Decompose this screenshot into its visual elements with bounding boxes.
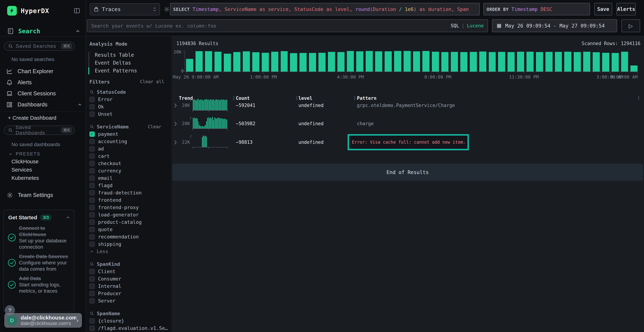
filter-option--flagd-evaluation-v1-se-[interactable]: /flagd.evaluation.v1.Se… (90, 324, 168, 332)
filter-option-recommendation[interactable]: recommendation (90, 233, 168, 240)
table-row[interactable]: 28K~592041undefinedgrpc.oteldemo.Payment… (172, 98, 644, 115)
sidebar-item-preset-kubernetes[interactable]: Kubernetes (12, 174, 39, 182)
get-started-item-1[interactable]: Connect to ClickHouseSet up your databas… (8, 225, 71, 250)
sidebar-item-client-sessions[interactable]: Client Sessions (6, 89, 82, 98)
expand-row-chevron-icon[interactable] (174, 140, 177, 145)
filter-option-frontend[interactable]: frontend (90, 196, 168, 204)
checkbox[interactable] (90, 176, 95, 181)
checkbox[interactable] (90, 212, 95, 218)
time-range-picker[interactable]: May 26 09:09:54 - May 27 09:09:54 (492, 19, 617, 32)
filter-option-server[interactable]: Server (90, 297, 168, 304)
checkbox[interactable] (90, 190, 95, 196)
checkbox[interactable] (90, 112, 95, 117)
table-row[interactable]: 22K~98813undefinedError: Visa cache full… (172, 135, 644, 152)
alerts-button[interactable]: Alerts (616, 3, 636, 16)
presets-toggle[interactable]: PRESETS (8, 151, 40, 156)
hyperdx-logo-icon[interactable] (7, 6, 17, 16)
sql-editor[interactable]: SELECT Timestamp, ServiceName as service… (170, 3, 480, 16)
analysis-mode-event-deltas[interactable]: Event Deltas (88, 59, 168, 67)
checkbox[interactable] (90, 183, 95, 188)
sidebar-item-chart-explorer[interactable]: Chart Explorer (6, 66, 82, 76)
chevron-up-icon[interactable] (75, 28, 80, 34)
get-started-item-2[interactable]: Create Data SourcesConfigure where your … (8, 253, 71, 272)
analysis-mode-event-patterns[interactable]: Event Patterns (88, 67, 168, 75)
saved-searches-input[interactable]: Saved Searches ⌘K (4, 42, 75, 51)
filter-option-load-generator[interactable]: load-generator (90, 211, 168, 218)
sidebar-item-dashboards[interactable]: Dashboards (6, 100, 82, 110)
filter-option-producer[interactable]: Producer (90, 290, 168, 297)
sql-mode-button[interactable]: SQL (450, 23, 459, 28)
filter-option-client[interactable]: Client (90, 268, 168, 275)
run-query-button[interactable]: ▷ (622, 19, 640, 32)
expand-row-chevron-icon[interactable] (174, 121, 177, 126)
checkbox[interactable] (90, 205, 95, 210)
filter-option-unset[interactable]: Unset (90, 110, 168, 118)
filter-option-payment[interactable]: payment (90, 130, 168, 138)
filter-option-ok[interactable]: Ok (90, 103, 168, 110)
checkbox[interactable] (90, 291, 95, 296)
checkbox[interactable] (90, 161, 95, 166)
filter-option-currency[interactable]: currency (90, 167, 168, 174)
checkbox[interactable] (90, 269, 95, 274)
checkbox[interactable] (90, 139, 95, 144)
checkbox[interactable] (90, 227, 95, 232)
sidebar-item-alerts[interactable]: Alerts (6, 78, 82, 87)
checkbox[interactable] (90, 154, 95, 159)
checkbox[interactable] (90, 168, 95, 174)
lucene-mode-button[interactable]: Lucene (467, 23, 484, 28)
analysis-mode-results-table[interactable]: Results Table (88, 51, 168, 59)
table-row[interactable]: 28K~503982undefinedcharge (172, 116, 644, 134)
search-icon[interactable] (90, 90, 94, 94)
filter-option-frontend-proxy[interactable]: frontend-proxy (90, 204, 168, 211)
results-histogram[interactable] (184, 51, 638, 72)
checkbox[interactable] (90, 234, 95, 240)
clear-all-filters-button[interactable]: Clear all (140, 79, 164, 84)
source-settings-gear-icon[interactable] (164, 6, 170, 12)
event-search-input[interactable]: Search your events w/ Lucene ex. column:… (87, 19, 488, 32)
highlighted-pattern-box[interactable]: Error: Visa cache full: cannot add new i… (348, 134, 469, 150)
filter-option-shipping[interactable]: shipping (90, 240, 168, 248)
filter-option-internal[interactable]: Internal (90, 282, 168, 290)
chevron-up-icon[interactable] (66, 215, 70, 220)
save-button[interactable]: Save (594, 3, 612, 16)
filter-option-consumer[interactable]: Consumer (90, 275, 168, 282)
sidebar-item-preset-clickhouse[interactable]: ClickHouse (12, 158, 39, 166)
sidebar-item-search[interactable]: Search (7, 26, 80, 36)
checkbox[interactable] (90, 132, 95, 137)
get-started-header[interactable]: Get Started 3/3 (4, 210, 74, 222)
checkbox[interactable] (90, 318, 95, 324)
sidebar-item-team-settings[interactable]: Team Settings (6, 192, 53, 198)
user-menu[interactable]: D dale@clickhouse.com dale@clickhouse.co… (4, 313, 82, 328)
checkbox[interactable] (90, 97, 95, 102)
sidebar-item-preset-services[interactable]: Services (12, 166, 39, 174)
filter-option-flagd[interactable]: flagd (90, 182, 168, 189)
search-icon[interactable] (90, 262, 94, 266)
filter-option-ad[interactable]: ad (90, 145, 168, 152)
orderby-editor[interactable]: ORDER BY Timestamp DESC (483, 3, 590, 16)
show-less-toggle[interactable]: Less (90, 248, 168, 255)
checkbox[interactable] (90, 298, 95, 304)
filter-option-product-catalog[interactable]: product-catalog (90, 218, 168, 226)
filter-option-fraud-detection[interactable]: fraud-detection (90, 189, 168, 196)
checkbox[interactable] (90, 276, 95, 282)
source-select[interactable]: Traces (90, 3, 160, 16)
filter-option-accounting[interactable]: accounting (90, 138, 168, 145)
chevron-up-icon[interactable] (77, 102, 82, 107)
checkbox[interactable] (90, 284, 95, 289)
collapse-sidebar-icon[interactable] (73, 7, 80, 14)
checkbox[interactable] (90, 104, 95, 110)
search-icon[interactable] (90, 124, 94, 129)
checkbox[interactable] (90, 220, 95, 225)
expand-row-chevron-icon[interactable] (174, 103, 177, 108)
checkbox[interactable] (90, 198, 95, 203)
filter-option-checkout[interactable]: checkout (90, 160, 168, 167)
filter-option-email[interactable]: email (90, 174, 168, 182)
checkbox[interactable] (90, 146, 95, 152)
saved-dashboards-input[interactable]: Saved Dashboards ⌘K (4, 126, 75, 135)
checkbox[interactable] (90, 326, 95, 331)
checkbox[interactable] (90, 242, 95, 247)
filter-option--closure-[interactable]: {closure} (90, 317, 168, 324)
filter-option-error[interactable]: Error (90, 96, 168, 103)
clear-filter-button[interactable]: Clear (148, 124, 161, 129)
create-dashboard-button[interactable]: + Create Dashboard (8, 115, 56, 121)
